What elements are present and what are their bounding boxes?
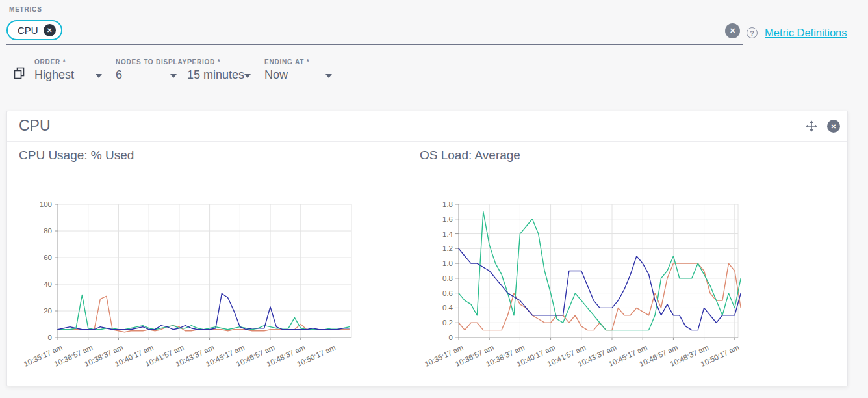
metrics-label: METRICS: [9, 6, 42, 13]
svg-text:0.4: 0.4: [442, 304, 453, 312]
svg-text:1.4: 1.4: [442, 230, 453, 238]
chart-title-cpu-usage: CPU Usage: % Used: [19, 148, 134, 163]
svg-text:1.8: 1.8: [442, 200, 453, 208]
svg-text:1.2: 1.2: [442, 245, 453, 252]
svg-text:40: 40: [44, 280, 52, 288]
svg-text:1.0: 1.0: [442, 259, 453, 267]
svg-text:80: 80: [44, 227, 52, 235]
svg-text:0.8: 0.8: [442, 274, 453, 282]
metrics-dashboard: { "metrics_bar": { "label": "METRICS", "…: [0, 0, 868, 398]
period-select[interactable]: 15 minutes: [187, 68, 244, 82]
nodes-select[interactable]: 6: [116, 68, 122, 82]
svg-text:100: 100: [40, 200, 52, 208]
nodes-label: NODES TO DISPLAY *: [116, 59, 192, 66]
card-header: CPU ✕: [7, 111, 847, 142]
card-title: CPU: [19, 111, 51, 140]
metric-definitions-link[interactable]: Metric Definitions: [765, 27, 847, 39]
chevron-down-icon[interactable]: [244, 74, 251, 78]
move-icon[interactable]: [805, 120, 818, 133]
metric-chip-cpu[interactable]: CPU ✕: [6, 20, 62, 40]
ending-select[interactable]: Now: [264, 68, 288, 82]
chart-title-os-load: OS Load: Average: [420, 148, 520, 163]
order-underline: [34, 85, 102, 85]
metric-chip-label: CPU: [18, 25, 38, 36]
svg-text:0: 0: [48, 334, 52, 341]
cpu-usage-chart: 02040608010010:35:17 am10:36:57 am10:38:…: [17, 194, 361, 380]
order-select[interactable]: Highest: [34, 68, 74, 82]
close-icon[interactable]: ✕: [827, 120, 840, 133]
svg-text:0.6: 0.6: [442, 289, 453, 297]
metrics-input[interactable]: [6, 44, 743, 45]
ending-underline: [264, 85, 333, 85]
ending-label: ENDING AT *: [264, 59, 309, 66]
svg-text:1.6: 1.6: [442, 215, 453, 223]
help-icon[interactable]: ?: [747, 27, 758, 38]
svg-text:0: 0: [449, 334, 453, 341]
chevron-down-icon[interactable]: [326, 74, 332, 78]
chevron-down-icon[interactable]: [170, 74, 177, 78]
svg-text:0.2: 0.2: [442, 319, 453, 326]
nodes-underline: [116, 85, 177, 85]
period-underline: [187, 85, 251, 85]
svg-text:60: 60: [44, 254, 52, 261]
remove-chip-icon[interactable]: ✕: [44, 24, 56, 36]
os-load-chart: 00.20.40.60.81.01.21.41.61.810:35:17 am1…: [413, 194, 748, 380]
clear-metrics-icon[interactable]: ✕: [725, 23, 740, 38]
order-label: ORDER *: [34, 59, 66, 66]
copy-icon[interactable]: [14, 67, 25, 80]
chevron-down-icon[interactable]: [96, 74, 102, 78]
period-label: PERIOD *: [187, 59, 220, 66]
svg-text:20: 20: [44, 307, 52, 315]
cpu-metric-card: CPU ✕ CPU Usage: % Used OS Load: Average…: [6, 111, 848, 386]
